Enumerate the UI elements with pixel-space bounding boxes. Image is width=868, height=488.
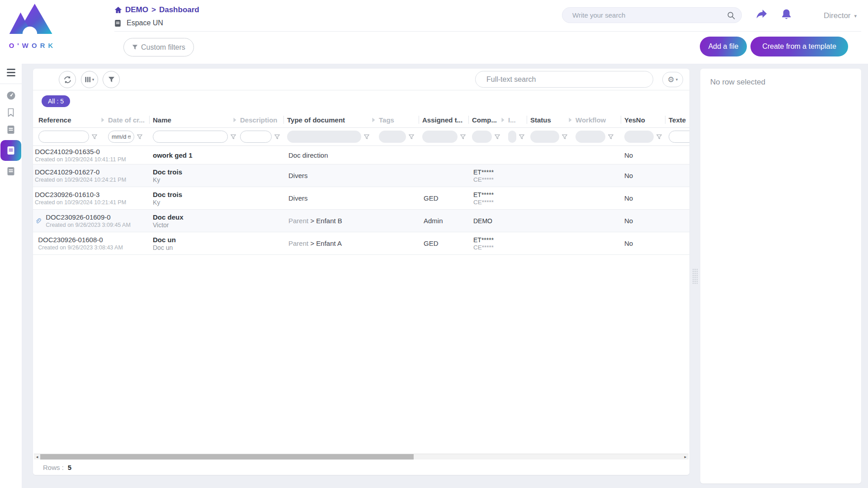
column-header-texte[interactable]: Texte — [669, 112, 689, 127]
refresh-button[interactable] — [59, 71, 76, 88]
sidebar-item-documents-secondary[interactable] — [0, 163, 22, 180]
scrollbar-track[interactable] — [40, 454, 682, 460]
filter-input[interactable] — [669, 131, 689, 143]
filter-select[interactable] — [472, 131, 492, 143]
filter-funnel-icon[interactable] — [92, 134, 97, 140]
home-icon[interactable] — [114, 6, 122, 14]
cell-tags — [379, 164, 422, 187]
search-icon[interactable] — [727, 11, 735, 19]
document-name: Doc un — [153, 236, 240, 244]
share-icon[interactable] — [755, 9, 768, 20]
filter-funnel-icon[interactable] — [519, 134, 524, 140]
filter-funnel-icon[interactable] — [364, 134, 369, 140]
attachment-paperclip-icon — [35, 218, 41, 224]
filter-funnel-icon[interactable] — [495, 134, 500, 140]
cell-name: Doc deuxVictor — [153, 210, 240, 232]
global-search-input[interactable] — [562, 11, 727, 19]
scroll-right-arrow-icon[interactable]: ▸ — [682, 454, 689, 460]
panel-resize-handle[interactable] — [692, 268, 698, 285]
filter-select[interactable] — [422, 131, 458, 143]
cell-assigned: GED — [422, 187, 472, 209]
column-header-date-of-cr[interactable]: Date of cr... — [108, 112, 153, 127]
columns-button[interactable]: ▾ — [81, 71, 98, 88]
cell-i — [508, 232, 530, 254]
cell-type: Divers — [287, 164, 379, 187]
filter-select[interactable] — [379, 131, 406, 143]
column-header-type-of-document[interactable]: Type of document — [287, 112, 379, 127]
filter-funnel-icon[interactable] — [409, 134, 414, 140]
column-header-status[interactable]: Status — [530, 112, 576, 127]
horizontal-scrollbar[interactable]: ◂ ▸ — [34, 454, 689, 460]
menu-icon — [7, 69, 15, 76]
filter-cell — [379, 128, 422, 145]
create-from-template-button[interactable]: Create from a template — [750, 37, 848, 56]
rows-count-label: Rows : — [43, 464, 64, 471]
sidebar-item-menu[interactable] — [0, 64, 22, 81]
filter-button[interactable] — [103, 71, 120, 88]
breadcrumb-current[interactable]: Dashboard — [159, 5, 199, 14]
yesno-value: No — [624, 217, 669, 225]
document-subname: Ky — [153, 176, 240, 183]
filter-select[interactable] — [530, 131, 559, 143]
sidebar-item-dashboard[interactable] — [0, 87, 22, 104]
custom-filters-button[interactable]: Custom filters — [123, 38, 194, 56]
table-row[interactable]: DOC230926-01610-3Created on 10/29/2024 1… — [33, 187, 689, 210]
filter-select[interactable] — [287, 131, 361, 143]
filter-funnel-icon[interactable] — [562, 134, 567, 140]
filter-funnel-icon[interactable] — [608, 134, 613, 140]
column-header-workflow[interactable]: Workflow — [576, 112, 624, 127]
cell-description — [240, 210, 287, 232]
column-header-description[interactable]: Description — [240, 112, 287, 127]
filter-select[interactable] — [508, 131, 516, 143]
fulltext-search — [475, 71, 653, 88]
cell-tags — [379, 210, 422, 232]
filter-funnel-icon[interactable] — [137, 134, 142, 140]
column-header-name[interactable]: Name — [153, 112, 240, 127]
filter-funnel-icon[interactable] — [231, 134, 236, 140]
user-menu[interactable]: Director ▾ — [824, 11, 857, 20]
cell-date — [108, 232, 153, 254]
tab-all-badge[interactable]: All : 5 — [42, 95, 70, 107]
column-header-reference[interactable]: Reference — [38, 112, 108, 127]
breadcrumb-root[interactable]: DEMO — [125, 5, 148, 14]
filter-date-input[interactable]: mm/d — [108, 131, 134, 143]
dashboard-gauge-icon — [6, 91, 16, 100]
column-header-label: YesNo — [624, 116, 645, 124]
document-subname: Ky — [153, 199, 240, 206]
rows-count-value: 5 — [68, 464, 71, 471]
scrollbar-thumb[interactable] — [40, 454, 414, 460]
table-row[interactable]: DOC241029-01635-0Created on 10/29/2024 1… — [33, 146, 689, 164]
table-row[interactable]: wDOC230926-01609-0Created on 9/26/2023 3… — [33, 210, 689, 232]
type-value: Divers — [288, 194, 308, 202]
filter-input[interactable] — [153, 131, 228, 143]
filter-select[interactable] — [576, 131, 605, 143]
filter-cell — [472, 128, 508, 145]
filter-funnel-icon[interactable] — [656, 134, 662, 140]
filter-select[interactable] — [624, 131, 654, 143]
column-header-label: I... — [508, 116, 516, 124]
sidebar-item-bookmarks[interactable] — [0, 104, 22, 121]
table-row[interactable]: DOC241029-01627-0Created on 10/29/2024 1… — [33, 164, 689, 187]
column-header-yesno[interactable]: YesNo — [624, 112, 669, 127]
column-header-label: Reference — [38, 116, 71, 124]
column-header-assigned-t[interactable]: Assigned t... — [422, 112, 472, 127]
bookmark-icon — [7, 108, 14, 117]
cell-description — [240, 146, 287, 164]
scroll-left-arrow-icon[interactable]: ◂ — [34, 454, 40, 460]
add-file-button[interactable]: Add a file — [700, 37, 747, 56]
sidebar-item-documents[interactable] — [0, 121, 22, 138]
filter-input[interactable] — [38, 131, 89, 143]
table-settings-button[interactable]: ⚙ ▾ — [662, 72, 683, 87]
filter-funnel-icon[interactable] — [274, 134, 280, 140]
column-header-tags[interactable]: Tags — [379, 112, 422, 127]
fulltext-search-input[interactable] — [476, 75, 653, 84]
column-header-comp[interactable]: Comp... — [472, 112, 508, 127]
app-logo[interactable]: O'WORK — [6, 3, 59, 49]
filter-input[interactable] — [240, 131, 272, 143]
funnel-icon — [132, 44, 138, 50]
logo-wordmark: O'WORK — [6, 42, 59, 49]
notifications-bell-icon[interactable] — [780, 8, 793, 20]
filter-funnel-icon[interactable] — [460, 134, 466, 140]
table-row[interactable]: DOC230926-01608-0Created on 9/26/2023 3:… — [33, 232, 689, 255]
sidebar-item-documents-active[interactable] — [0, 138, 22, 163]
